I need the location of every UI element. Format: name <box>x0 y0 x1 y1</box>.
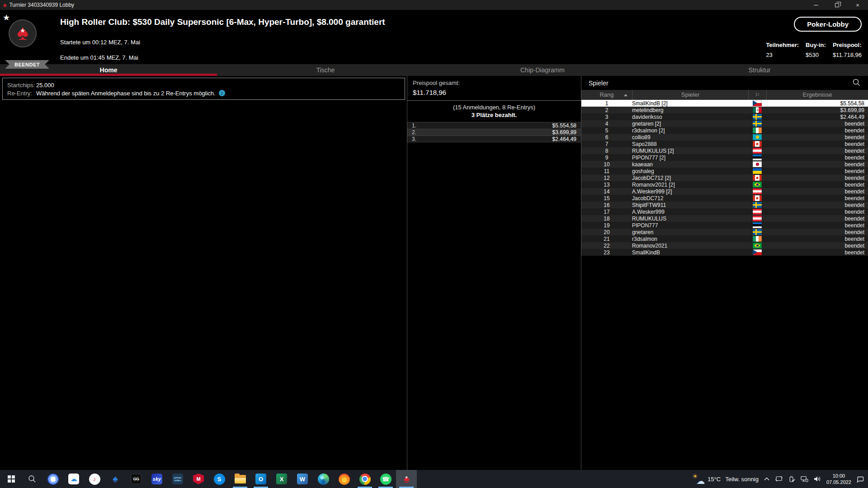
partly-sunny-icon <box>692 474 704 484</box>
table-row[interactable]: 23 SmallKindB beendet <box>581 249 868 256</box>
start-button[interactable] <box>1 470 22 488</box>
taskbar-app-signal[interactable] <box>42 470 63 488</box>
volume-icon[interactable] <box>813 475 821 483</box>
taskbar-search-button[interactable] <box>22 470 42 488</box>
column-header-flag[interactable]: ⚐ <box>748 90 766 100</box>
windows-logo-icon <box>8 475 15 483</box>
tray-expand-button[interactable] <box>764 476 770 482</box>
table-row[interactable]: 6 collio89 beendet <box>581 134 868 141</box>
player-result: beendet <box>766 195 868 202</box>
prizepool-label: Preispool: <box>833 42 862 48</box>
table-row[interactable]: 21 r3dsalmon beendet <box>581 235 868 242</box>
player-result: beendet <box>766 161 868 168</box>
table-row[interactable]: 18 RUMUKULUS beendet <box>581 215 868 222</box>
taskbar-weather[interactable]: 15°C Teilw. sonnig <box>692 474 759 484</box>
table-row[interactable]: 12 JacobDC712 [2] beendet <box>581 174 868 181</box>
minimize-button[interactable] <box>806 0 826 10</box>
taskbar-app-poker-tracker[interactable] <box>105 470 126 488</box>
taskbar-app-whatsapp[interactable] <box>375 470 396 488</box>
table-row[interactable]: 16 ShipitFTW911 beendet <box>581 202 868 208</box>
column-header-rank[interactable]: Rang <box>581 90 632 100</box>
icloud-icon <box>68 474 79 484</box>
info-icon[interactable]: i <box>219 90 225 96</box>
usb-safely-remove-icon[interactable] <box>788 475 795 483</box>
table-row[interactable]: 13 Romanov2021 [2] beendet <box>581 181 868 188</box>
tab-struktur[interactable]: Struktur <box>651 64 868 76</box>
display-rotate-icon[interactable] <box>775 475 783 483</box>
table-row[interactable]: 1 SmallKindB [2] $5.554,58 <box>581 100 868 107</box>
taskbar-app-mcafee[interactable]: M <box>188 470 209 488</box>
prize-amount: $5.554,58 <box>552 122 576 129</box>
prizepool-total-label: Preispool gesamt: <box>413 80 576 86</box>
table-row[interactable]: 17 A.Wesker999 beendet <box>581 208 868 215</box>
taskbar-app-outlook[interactable]: O <box>250 470 271 488</box>
table-row[interactable]: 10 kaaeaan beendet <box>581 161 868 168</box>
player-name: Romanov2021 [2] <box>632 182 748 188</box>
player-result: beendet <box>766 249 868 256</box>
country-flag <box>753 134 762 140</box>
table-row[interactable]: 22 Romanov2021 beendet <box>581 242 868 249</box>
player-result: beendet <box>766 216 868 222</box>
weather-condition: Teilw. sonnig <box>725 476 759 483</box>
taskbar-app-file-explorer[interactable] <box>230 470 250 488</box>
close-button[interactable]: × <box>847 0 868 10</box>
signal-icon <box>47 474 59 485</box>
taskbar-app-apple-music[interactable] <box>84 470 105 488</box>
table-row[interactable]: 4 gnetaren [2] beendet <box>581 120 868 127</box>
table-row[interactable]: 14 A.Wesker999 [2] beendet <box>581 188 868 195</box>
taskbar-app-prime-video[interactable]: prime video <box>167 470 188 488</box>
country-flag <box>753 107 762 113</box>
table-row[interactable]: 3 davideriksso $2.464,49 <box>581 113 868 120</box>
player-name: r3dsalmon [2] <box>632 127 748 134</box>
country-flag <box>753 127 762 133</box>
taskbar-app-chrome[interactable] <box>354 470 375 488</box>
table-row[interactable]: 2 metelindberg $3.699,89 <box>581 107 868 113</box>
network-icon[interactable] <box>800 475 808 483</box>
player-rank: 12 <box>581 175 632 181</box>
taskbar-app-word[interactable]: W <box>292 470 313 488</box>
tab-home[interactable]: Home <box>0 64 217 76</box>
players-table: 1 SmallKindB [2] $5.554,58 2 metelindber… <box>581 100 868 256</box>
tab-tische[interactable]: Tische <box>217 64 434 76</box>
table-row[interactable]: 19 PIPON777 beendet <box>581 222 868 229</box>
taskbar-app-edge[interactable] <box>313 470 334 488</box>
taskbar-app-sky[interactable]: sky <box>146 470 167 488</box>
flag-cell <box>748 216 766 221</box>
blue-spade-icon <box>110 474 121 484</box>
country-flag <box>753 188 762 194</box>
favorite-star-icon[interactable]: ★ <box>3 13 10 23</box>
column-header-player[interactable]: Spieler <box>632 90 748 100</box>
search-icon[interactable] <box>852 78 861 88</box>
taskbar-app-ggpoker[interactable]: GG <box>126 470 146 488</box>
flag-cell <box>748 202 766 208</box>
taskbar-clock[interactable]: 10:00 07.05.2022 <box>826 473 851 485</box>
taskbar-app-icloud[interactable] <box>63 470 84 488</box>
taskbar-app-excel[interactable]: X <box>271 470 292 488</box>
players-panel-title: Spieler <box>589 80 609 87</box>
table-row[interactable]: 15 JacobDC712 beendet <box>581 195 868 202</box>
prizepool-value: $11.718,96 <box>833 52 862 58</box>
poker-lobby-button[interactable]: Poker-Lobby <box>794 17 862 32</box>
table-row[interactable]: 5 r3dsalmon [2] beendet <box>581 127 868 134</box>
window-titlebar: ♠ Turnier 3403340939 Lobby × <box>0 0 868 10</box>
restore-button[interactable] <box>826 0 847 10</box>
table-row[interactable]: 11 goshaleg beendet <box>581 168 868 174</box>
player-name: collio89 <box>632 134 748 141</box>
table-row[interactable]: 20 gnetaren beendet <box>581 229 868 235</box>
flag-cell <box>748 121 766 127</box>
table-row[interactable]: 8 RUMUKULUS [2] beendet <box>581 147 868 154</box>
action-center-button[interactable] <box>856 475 864 483</box>
table-row[interactable]: 9 PIPON777 [2] beendet <box>581 154 868 161</box>
country-flag <box>753 175 762 181</box>
player-rank: 19 <box>581 222 632 229</box>
country-flag <box>753 100 762 106</box>
flag-cell <box>748 114 766 120</box>
tournament-info-panel: Startchips: 25.000 Re-Entry: Während der… <box>0 76 407 470</box>
player-result: beendet <box>766 141 868 147</box>
column-header-results[interactable]: Ergebnisse <box>766 90 868 100</box>
tab-chip-diagramm[interactable]: Chip-Diagramm <box>434 64 651 76</box>
table-row[interactable]: 7 Sapo2888 beendet <box>581 141 868 147</box>
taskbar-app-firefox[interactable] <box>334 470 354 488</box>
taskbar-app-skype[interactable]: S <box>209 470 230 488</box>
taskbar-app-pokerstars[interactable]: ♠ <box>396 470 417 488</box>
